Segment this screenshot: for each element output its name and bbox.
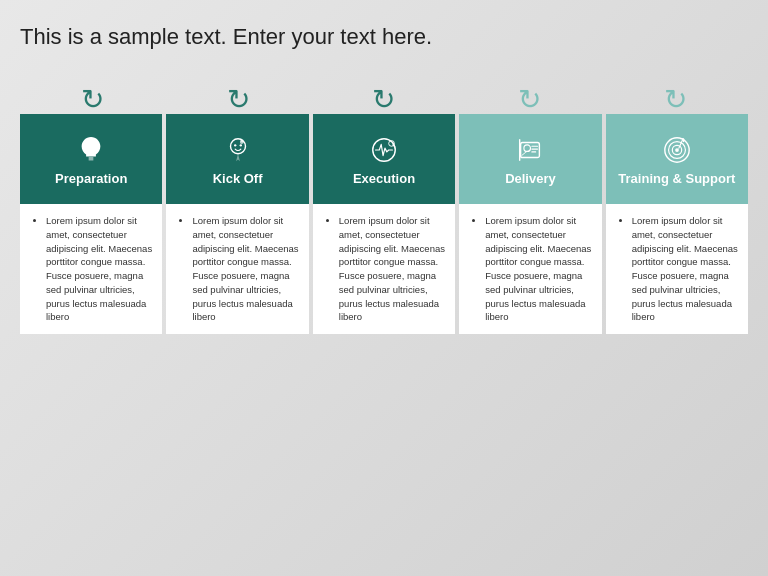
arrow-cell-3: ↻ — [311, 78, 457, 114]
card-title-execution: Execution — [353, 171, 415, 186]
card-training: Training & Support Lorem ipsum dolor sit… — [606, 114, 748, 334]
card-body-delivery: Lorem ipsum dolor sit amet, consectetuer… — [459, 204, 601, 334]
card-execution: Execution Lorem ipsum dolor sit amet, co… — [313, 114, 455, 334]
card-header-kickoff: Kick Off — [166, 114, 308, 204]
card-header-execution: Execution — [313, 114, 455, 204]
badge-icon — [515, 135, 545, 165]
arrow-cell-5: ↻ — [602, 78, 748, 114]
arrows-row: ↻ ↻ ↻ ↻ ↻ — [20, 78, 748, 114]
svg-point-1 — [234, 144, 236, 146]
card-header-preparation: Preparation — [20, 114, 162, 204]
list-item: Lorem ipsum dolor sit amet, consectetuer… — [632, 214, 740, 324]
arrow-icon-1: ↻ — [81, 86, 104, 114]
card-title-kickoff: Kick Off — [213, 171, 263, 186]
card-title-training: Training & Support — [618, 171, 735, 186]
card-body-execution: Lorem ipsum dolor sit amet, consectetuer… — [313, 204, 455, 334]
list-item: Lorem ipsum dolor sit amet, consectetuer… — [485, 214, 593, 324]
card-body-kickoff: Lorem ipsum dolor sit amet, consectetuer… — [166, 204, 308, 334]
arrow-icon-4: ↻ — [518, 86, 541, 114]
target-icon — [662, 135, 692, 165]
cards-row: Preparation Lorem ipsum dolor sit amet, … — [20, 114, 748, 334]
arrow-cell-2: ↻ — [166, 78, 312, 114]
card-header-delivery: Delivery — [459, 114, 601, 204]
svg-point-16 — [675, 148, 679, 152]
list-item: Lorem ipsum dolor sit amet, consectetuer… — [46, 214, 154, 324]
flow-container: ↻ ↻ ↻ ↻ ↻ Preparation Lorem ipsum do — [20, 78, 748, 334]
list-item: Lorem ipsum dolor sit amet, consectetuer… — [339, 214, 447, 324]
card-body-preparation: Lorem ipsum dolor sit amet, consectetuer… — [20, 204, 162, 334]
svg-point-8 — [524, 144, 531, 151]
card-kickoff: Kick Off Lorem ipsum dolor sit amet, con… — [166, 114, 308, 334]
card-delivery: Delivery Lorem ipsum dolor sit amet, con… — [459, 114, 601, 334]
card-title-delivery: Delivery — [505, 171, 556, 186]
head-icon — [223, 135, 253, 165]
arrow-cell-1: ↻ — [20, 78, 166, 114]
list-item: Lorem ipsum dolor sit amet, consectetuer… — [192, 214, 300, 324]
pulse-icon — [369, 135, 399, 165]
arrow-icon-5: ↻ — [664, 86, 687, 114]
bulb-icon — [76, 135, 106, 165]
arrow-icon-3: ↻ — [372, 86, 395, 114]
svg-point-2 — [239, 144, 241, 146]
arrow-icon-2: ↻ — [227, 86, 250, 114]
card-title-preparation: Preparation — [55, 171, 127, 186]
arrow-cell-4: ↻ — [457, 78, 603, 114]
card-header-training: Training & Support — [606, 114, 748, 204]
page-title: This is a sample text. Enter your text h… — [20, 24, 432, 50]
card-body-training: Lorem ipsum dolor sit amet, consectetuer… — [606, 204, 748, 334]
card-preparation: Preparation Lorem ipsum dolor sit amet, … — [20, 114, 162, 334]
